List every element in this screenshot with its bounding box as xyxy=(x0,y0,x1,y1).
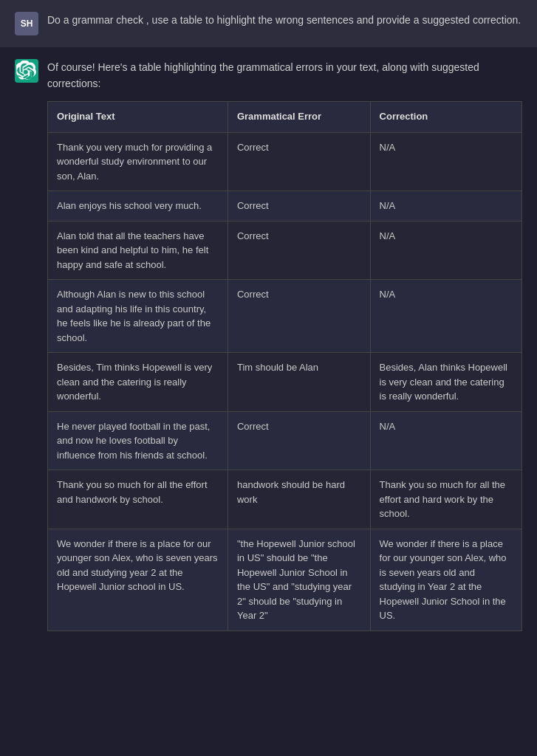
assistant-message-content: Of course! Here's a table highlighting t… xyxy=(47,59,522,631)
cell-correction: N/A xyxy=(370,221,521,280)
table-header-row: Original Text Grammatical Error Correcti… xyxy=(48,101,522,132)
user-avatar-label: SH xyxy=(21,18,33,29)
cell-error: Correct xyxy=(228,191,370,221)
cell-error: Correct xyxy=(228,280,370,353)
cell-correction: We wonder if there is a place for our yo… xyxy=(370,529,521,630)
chat-container: SH Do a grammar check , use a table to h… xyxy=(0,0,537,643)
cell-original: He never played football in the past, an… xyxy=(48,411,228,470)
gpt-icon xyxy=(16,61,37,81)
cell-correction: Besides, Alan thinks Hopewell is very cl… xyxy=(370,353,521,412)
cell-error: handwork should be hard work xyxy=(228,470,370,529)
cell-error: "the Hopewell Junior school in US" shoul… xyxy=(228,529,370,630)
cell-original: We wonder if there is a place for our yo… xyxy=(48,529,228,630)
table-row: Besides, Tim thinks Hopewell is very cle… xyxy=(48,353,522,412)
table-row: He never played football in the past, an… xyxy=(48,411,522,470)
gpt-avatar xyxy=(15,59,38,83)
cell-correction: N/A xyxy=(370,132,521,191)
cell-error: Correct xyxy=(228,132,370,191)
header-original: Original Text xyxy=(48,101,228,132)
cell-original: Thank you very much for providing a wond… xyxy=(48,132,228,191)
table-row: Alan enjoys his school very much.Correct… xyxy=(48,191,522,221)
table-row: Thank you very much for providing a wond… xyxy=(48,132,522,191)
cell-original: Alan enjoys his school very much. xyxy=(48,191,228,221)
cell-correction: N/A xyxy=(370,280,521,353)
user-avatar: SH xyxy=(15,12,38,35)
cell-error: Correct xyxy=(228,411,370,470)
cell-original: Although Alan is new to this school and … xyxy=(48,280,228,353)
cell-error: Tim should be Alan xyxy=(228,353,370,412)
user-message: SH Do a grammar check , use a table to h… xyxy=(0,0,537,47)
user-message-text: Do a grammar check , use a table to high… xyxy=(47,12,522,28)
assistant-intro-text: Of course! Here's a table highlighting t… xyxy=(47,59,522,92)
cell-original: Thank you so much for all the effort and… xyxy=(48,470,228,529)
table-row: Alan told that all the teachers have bee… xyxy=(48,221,522,280)
cell-original: Alan told that all the teachers have bee… xyxy=(48,221,228,280)
cell-correction: N/A xyxy=(370,191,521,221)
cell-original: Besides, Tim thinks Hopewell is very cle… xyxy=(48,353,228,412)
cell-correction: Thank you so much for all the effort and… xyxy=(370,470,521,529)
assistant-message: Of course! Here's a table highlighting t… xyxy=(0,47,537,643)
table-row: We wonder if there is a place for our yo… xyxy=(48,529,522,630)
grammar-table: Original Text Grammatical Error Correcti… xyxy=(47,101,522,631)
header-correction: Correction xyxy=(370,101,521,132)
table-row: Although Alan is new to this school and … xyxy=(48,280,522,353)
cell-correction: N/A xyxy=(370,411,521,470)
cell-error: Correct xyxy=(228,221,370,280)
table-row: Thank you so much for all the effort and… xyxy=(48,470,522,529)
header-error: Grammatical Error xyxy=(228,101,370,132)
user-message-content: Do a grammar check , use a table to high… xyxy=(47,12,522,28)
